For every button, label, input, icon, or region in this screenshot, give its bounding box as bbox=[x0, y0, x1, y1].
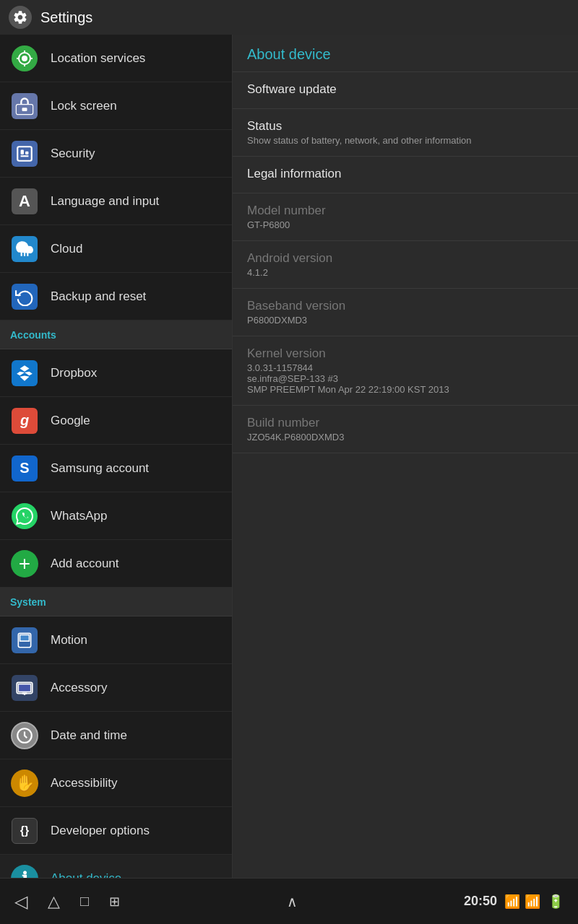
right-item-build-number: Build number JZO54K.P6800DXMD3 bbox=[233, 406, 578, 453]
sidebar-item-lock-screen[interactable]: Lock screen bbox=[0, 82, 232, 130]
right-item-kernel-version: Kernel version 3.0.31-1157844 se.infra@S… bbox=[233, 336, 578, 406]
right-panel: About device Software update Status Show… bbox=[233, 35, 578, 878]
sidebar-item-accessibility[interactable]: ✋ Accessibility bbox=[0, 759, 232, 807]
sidebar-item-accessory[interactable]: Accessory bbox=[0, 664, 232, 712]
cloud-icon bbox=[9, 233, 40, 265]
svg-rect-10 bbox=[21, 149, 24, 154]
sidebar-item-language-input[interactable]: A Language and input bbox=[0, 178, 232, 225]
clock: 20:50 bbox=[464, 894, 497, 909]
right-item-model-number: Model number GT-P6800 bbox=[233, 193, 578, 241]
screenshot-button[interactable]: ⊞ bbox=[109, 894, 120, 910]
svg-rect-11 bbox=[25, 151, 28, 154]
sidebar-item-dropbox[interactable]: Dropbox bbox=[0, 349, 232, 397]
sidebar-item-cloud[interactable]: Cloud bbox=[0, 225, 232, 273]
system-section-header: System bbox=[0, 588, 232, 616]
accessibility-icon: ✋ bbox=[9, 767, 40, 799]
security-icon bbox=[9, 138, 40, 170]
backup-reset-label: Backup and reset bbox=[51, 289, 146, 304]
cloud-label: Cloud bbox=[51, 242, 82, 256]
dropbox-icon bbox=[9, 357, 40, 389]
kernel-version-title: Kernel version bbox=[247, 346, 564, 361]
sidebar-item-add-account[interactable]: + Add account bbox=[0, 540, 232, 588]
right-item-legal-information[interactable]: Legal information bbox=[233, 157, 578, 193]
status-subtitle: Show status of battery, network, and oth… bbox=[247, 135, 564, 146]
sidebar-item-developer-options[interactable]: {} Developer options bbox=[0, 807, 232, 855]
sidebar-item-backup-reset[interactable]: Backup and reset bbox=[0, 273, 232, 321]
sidebar-item-date-time[interactable]: Date and time bbox=[0, 712, 232, 759]
accessory-label: Accessory bbox=[51, 681, 107, 695]
top-bar: Settings bbox=[0, 0, 578, 35]
baseband-version-value: P6800DXMD3 bbox=[247, 315, 564, 326]
language-input-icon: A bbox=[9, 186, 40, 217]
developer-options-label: Developer options bbox=[51, 824, 150, 838]
battery-icon: 🔋 bbox=[548, 894, 564, 910]
google-icon: g bbox=[9, 405, 40, 437]
status-title: Status bbox=[247, 119, 564, 134]
app-title: Settings bbox=[40, 9, 92, 26]
build-number-title: Build number bbox=[247, 416, 564, 430]
location-services-icon bbox=[9, 43, 40, 74]
right-panel-title: About device bbox=[247, 46, 331, 62]
main-content: Location services Lock screen Security A bbox=[0, 35, 578, 878]
date-time-label: Date and time bbox=[51, 728, 127, 743]
lock-screen-icon bbox=[9, 90, 40, 122]
google-label: Google bbox=[51, 414, 90, 428]
bottom-nav-bar: ◁ △ □ ⊞ ∧ 20:50 📶 📶 🔋 bbox=[0, 878, 578, 924]
svg-rect-8 bbox=[22, 108, 27, 111]
software-update-title: Software update bbox=[247, 82, 564, 97]
sidebar-item-motion[interactable]: Motion bbox=[0, 616, 232, 664]
right-panel-header: About device bbox=[233, 35, 578, 71]
android-version-title: Android version bbox=[247, 251, 564, 266]
sidebar-item-location-services[interactable]: Location services bbox=[0, 35, 232, 82]
add-account-icon: + bbox=[9, 548, 40, 580]
baseband-version-title: Baseband version bbox=[247, 299, 564, 313]
whatsapp-icon bbox=[9, 500, 40, 532]
samsung-account-label: Samsung account bbox=[51, 461, 149, 476]
svg-rect-19 bbox=[18, 684, 30, 692]
about-device-label: About device bbox=[51, 871, 121, 879]
sidebar-item-samsung-account[interactable]: S Samsung account bbox=[0, 445, 232, 492]
about-device-icon: ℹ bbox=[9, 863, 40, 879]
menu-button[interactable]: ∧ bbox=[287, 893, 298, 910]
home-button[interactable]: △ bbox=[48, 892, 60, 911]
android-version-value: 4.1.2 bbox=[247, 267, 564, 278]
bottom-left-nav: ◁ △ □ ⊞ bbox=[14, 892, 120, 912]
accessory-icon bbox=[9, 672, 40, 704]
settings-icon bbox=[9, 6, 32, 29]
developer-options-icon: {} bbox=[9, 815, 40, 847]
sidebar-item-about-device[interactable]: ℹ About device bbox=[0, 855, 232, 878]
bottom-right-status: 20:50 📶 📶 🔋 bbox=[464, 894, 564, 910]
dropbox-label: Dropbox bbox=[51, 366, 97, 380]
model-number-title: Model number bbox=[247, 204, 564, 218]
security-label: Security bbox=[51, 147, 95, 161]
kernel-version-value: 3.0.31-1157844 se.infra@SEP-133 #3 SMP P… bbox=[247, 362, 564, 395]
model-number-value: GT-P6800 bbox=[247, 219, 564, 230]
add-account-label: Add account bbox=[51, 557, 119, 571]
samsung-account-icon: S bbox=[9, 453, 40, 484]
sidebar: Location services Lock screen Security A bbox=[0, 35, 233, 878]
svg-rect-9 bbox=[17, 147, 32, 161]
right-item-software-update[interactable]: Software update bbox=[233, 72, 578, 109]
location-services-label: Location services bbox=[51, 51, 145, 66]
sidebar-item-whatsapp[interactable]: WhatsApp bbox=[0, 492, 232, 540]
date-time-icon bbox=[9, 720, 40, 751]
back-button[interactable]: ◁ bbox=[14, 892, 27, 912]
accessibility-label: Accessibility bbox=[51, 776, 118, 790]
legal-information-title: Legal information bbox=[247, 167, 564, 181]
lock-screen-label: Lock screen bbox=[51, 99, 117, 113]
recent-apps-button[interactable]: □ bbox=[80, 893, 89, 910]
sidebar-item-security[interactable]: Security bbox=[0, 130, 232, 178]
whatsapp-label: WhatsApp bbox=[51, 509, 107, 523]
backup-reset-icon bbox=[9, 281, 40, 313]
sidebar-item-google[interactable]: g Google bbox=[0, 397, 232, 445]
right-item-android-version: Android version 4.1.2 bbox=[233, 241, 578, 289]
signal-icon: 📶 bbox=[525, 894, 540, 910]
wifi-icon: 📶 bbox=[504, 894, 520, 910]
motion-label: Motion bbox=[51, 633, 87, 648]
accounts-section-header: Accounts bbox=[0, 321, 232, 349]
right-item-baseband-version: Baseband version P6800DXMD3 bbox=[233, 289, 578, 336]
build-number-value: JZO54K.P6800DXMD3 bbox=[247, 432, 564, 443]
motion-icon bbox=[9, 624, 40, 656]
svg-point-0 bbox=[22, 56, 27, 61]
right-item-status[interactable]: Status Show status of battery, network, … bbox=[233, 109, 578, 157]
